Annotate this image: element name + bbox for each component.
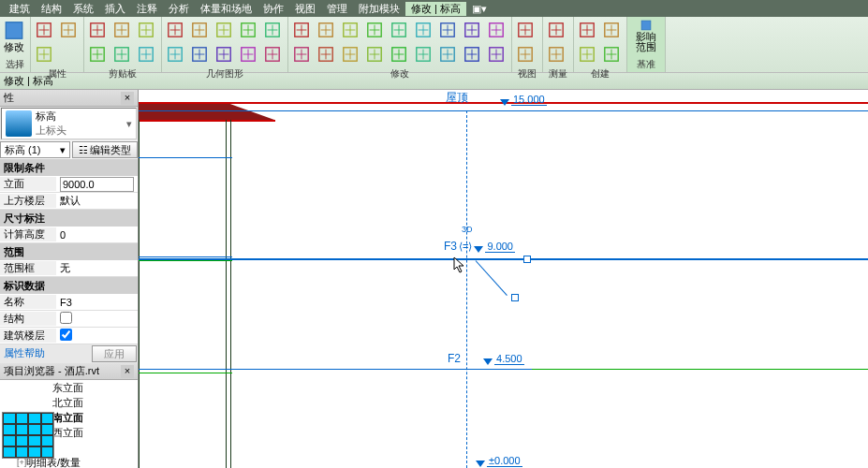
join-cut-button[interactable]	[164, 19, 186, 41]
type-props-button[interactable]	[57, 19, 80, 41]
menu-item[interactable]: 注释	[131, 2, 163, 16]
create4-button[interactable]	[600, 43, 623, 66]
menu-item[interactable]: 分析	[163, 2, 195, 16]
m17-button[interactable]	[461, 43, 483, 66]
clip6-button[interactable]	[135, 43, 157, 66]
level-line-f3[interactable]	[139, 258, 868, 260]
offset-button[interactable]	[315, 19, 337, 41]
tree-item[interactable]: 东立面	[0, 380, 138, 395]
menu-item[interactable]: 结构	[36, 2, 67, 16]
drawing-canvas[interactable]: 屋顶 15.000 F3 ⟨=⟩ 9.000 3D	[139, 90, 868, 468]
property-input[interactable]	[60, 177, 134, 192]
v1-button[interactable]	[514, 19, 537, 41]
measure-button[interactable]	[545, 19, 567, 41]
preview-swatch	[2, 412, 54, 459]
menu-item[interactable]: 插入	[99, 2, 131, 16]
split-elem-button[interactable]	[290, 43, 313, 66]
match-button[interactable]	[135, 19, 157, 41]
modify-button[interactable]: 修改	[2, 19, 26, 52]
expand-icon[interactable]: [+]	[17, 458, 26, 467]
scale-button[interactable]	[339, 43, 361, 66]
paste-button[interactable]	[86, 19, 109, 41]
menu-item[interactable]: 建筑	[4, 2, 36, 16]
props-panel-button[interactable]	[33, 19, 55, 41]
lock-icon[interactable]: ⟨=⟩	[459, 241, 472, 253]
cut-button[interactable]	[188, 19, 211, 41]
menu-item[interactable]: 系统	[67, 2, 99, 16]
g7-button[interactable]	[188, 43, 211, 66]
mirror-draw-button[interactable]	[363, 19, 386, 41]
level-label-f1[interactable]: ±0.000	[476, 455, 522, 467]
array-button[interactable]	[315, 43, 337, 66]
property-checkbox[interactable]	[60, 329, 72, 341]
type-selector[interactable]: 标高 上标头 ▾	[1, 108, 137, 139]
instance-combo[interactable]: 标高 (1)▾	[0, 141, 70, 158]
chevron-down-icon: ▾	[126, 118, 132, 130]
property-value[interactable]	[56, 177, 138, 192]
menu-item[interactable]: 管理	[321, 2, 353, 16]
drag-grip[interactable]	[511, 294, 519, 301]
unpin-button[interactable]	[388, 43, 410, 66]
rotate-button[interactable]	[436, 19, 459, 41]
edit-type-button[interactable]: ☷ 编辑类型	[72, 141, 138, 158]
g8-button[interactable]	[213, 43, 235, 66]
property-checkbox[interactable]	[60, 312, 72, 324]
properties-help-link[interactable]: 属性帮助	[0, 344, 91, 363]
g9-button[interactable]	[237, 43, 259, 66]
menu-overflow-icon[interactable]: ▣▾	[466, 3, 493, 15]
property-value[interactable]: 默认	[56, 194, 138, 208]
create2-button[interactable]	[600, 19, 623, 41]
demolish-button[interactable]	[164, 43, 186, 66]
property-group-header[interactable]: 限制条件	[0, 159, 138, 176]
property-value[interactable]	[56, 329, 138, 343]
mirror-axis-button[interactable]	[339, 19, 361, 41]
align-clip-button[interactable]	[110, 43, 133, 66]
level-line-roof[interactable]	[139, 110, 868, 111]
trim-single-button[interactable]	[485, 19, 508, 41]
trim-button[interactable]	[461, 19, 483, 41]
menu-item[interactable]: 协作	[257, 2, 289, 16]
drag-grip[interactable]	[523, 256, 531, 263]
m16-button[interactable]	[436, 43, 459, 66]
level-label-f2[interactable]: F2 4.500	[448, 352, 524, 365]
menu-item[interactable]: 修改 | 标高	[405, 2, 466, 16]
propagate-button[interactable]: 影响 范围	[629, 19, 663, 52]
delete-button[interactable]	[412, 43, 434, 66]
v2-button[interactable]	[514, 43, 537, 66]
menu-item[interactable]: 视图	[289, 2, 321, 16]
copy-clip-button[interactable]	[86, 43, 109, 66]
menu-item[interactable]: 附加模块	[353, 2, 405, 16]
create1-button[interactable]	[576, 19, 598, 41]
property-value[interactable]: 无	[56, 261, 138, 275]
property-group-header[interactable]: 范围	[0, 243, 138, 260]
m18-button[interactable]	[485, 43, 508, 66]
cut-button[interactable]	[110, 19, 133, 41]
close-icon[interactable]: ×	[121, 365, 134, 378]
join-button[interactable]	[213, 19, 235, 41]
create3-button[interactable]	[576, 43, 598, 66]
property-group-header[interactable]: 标识数据	[0, 277, 138, 294]
property-value[interactable]: F3	[56, 297, 138, 308]
pin-button[interactable]	[363, 43, 386, 66]
copy-button[interactable]	[412, 19, 434, 41]
move-button[interactable]	[388, 19, 410, 41]
3d-extent-toggle[interactable]: 3D	[462, 225, 473, 234]
align-button[interactable]	[290, 19, 313, 41]
level-label-f3[interactable]: F3 ⟨=⟩ 9.000	[444, 240, 515, 253]
close-icon[interactable]: ×	[121, 92, 134, 105]
level-type-icon	[6, 110, 32, 137]
property-value[interactable]: 0	[56, 229, 138, 241]
tree-item[interactable]: 北立面	[0, 395, 138, 410]
property-value[interactable]	[56, 312, 138, 326]
type-sub: 上标头	[36, 124, 123, 138]
level-label-roof[interactable]: 屋顶 15.000	[446, 90, 547, 106]
split-button[interactable]	[261, 19, 284, 41]
dim-button[interactable]	[545, 43, 567, 66]
property-group-header[interactable]: 尺寸标注	[0, 210, 138, 227]
apply-button[interactable]: 应用	[92, 345, 137, 362]
menu-item[interactable]: 体量和场地	[195, 2, 257, 16]
g10-button[interactable]	[261, 43, 284, 66]
wall-join-button[interactable]	[237, 19, 259, 41]
family-type-button[interactable]	[33, 43, 55, 66]
ribbon-group: 修改选择	[0, 17, 31, 72]
